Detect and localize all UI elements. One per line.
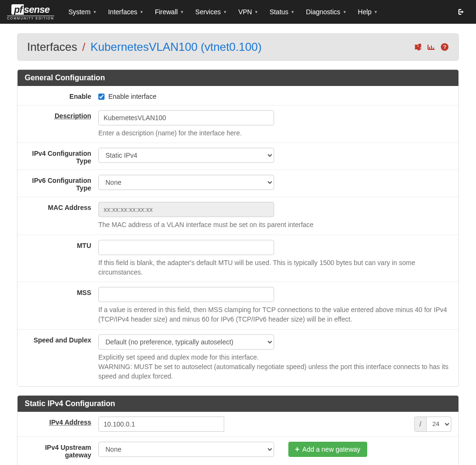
row-mac-address: MAC Address The MAC address of a VLAN in… bbox=[18, 197, 458, 234]
help-speed: Explicitly set speed and duplex mode for… bbox=[98, 352, 451, 381]
label-mac: MAC Address bbox=[25, 202, 98, 229]
checkbox-enable-interface[interactable] bbox=[98, 94, 105, 100]
input-mss[interactable] bbox=[98, 287, 274, 302]
input-description[interactable] bbox=[98, 110, 274, 125]
brand-edition: COMMUNITY EDITION bbox=[7, 16, 54, 20]
help-mtu: If this field is blank, the adapter's de… bbox=[98, 258, 451, 277]
label-mtu: MTU bbox=[25, 240, 98, 277]
brand-logo[interactable]: pfsense COMMUNITY EDITION bbox=[7, 4, 54, 20]
panel-static-ipv4: Static IPv4 Configuration IPv4 Address /… bbox=[17, 395, 459, 465]
nav-interfaces[interactable]: Interfaces▼ bbox=[102, 1, 149, 23]
row-ipv6-config-type: IPv6 Configuration Type None bbox=[18, 170, 458, 197]
caret-icon: ▼ bbox=[254, 10, 258, 14]
svg-rect-4 bbox=[416, 46, 417, 48]
row-mtu: MTU If this field is blank, the adapter'… bbox=[18, 235, 458, 282]
nav-menu: System▼ Interfaces▼ Firewall▼ Services▼ … bbox=[63, 1, 452, 23]
nav-firewall[interactable]: Firewall▼ bbox=[149, 1, 190, 23]
label-description: Description bbox=[25, 110, 98, 138]
select-ipv4-gateway[interactable]: None bbox=[98, 442, 274, 457]
breadcrumb-page[interactable]: KubernetesVLAN100 (vtnet0.100) bbox=[90, 40, 261, 53]
checkbox-enable-label: Enable interface bbox=[108, 93, 156, 100]
page-header: Interfaces / KubernetesVLAN100 (vtnet0.1… bbox=[17, 33, 459, 61]
monitor-icon[interactable] bbox=[427, 43, 436, 51]
help-mss: If a value is entered in this field, the… bbox=[98, 305, 451, 324]
row-ipv4-gateway: IPv4 Upstream gateway None + Add a new g… bbox=[18, 437, 458, 465]
help-mac: The MAC address of a VLAN interface must… bbox=[98, 220, 451, 229]
add-gateway-button[interactable]: + Add a new gateway bbox=[288, 442, 367, 457]
help-description: Enter a description (name) for the inter… bbox=[98, 128, 451, 138]
caret-icon: ▼ bbox=[93, 10, 97, 14]
row-enable: Enable Enable interface bbox=[18, 86, 458, 105]
svg-rect-5 bbox=[418, 48, 419, 50]
panel-heading-general: General Configuration bbox=[18, 70, 458, 86]
label-ipv4-type: IPv4 Configuration Type bbox=[25, 148, 98, 165]
navbar: pfsense COMMUNITY EDITION System▼ Interf… bbox=[0, 0, 476, 24]
caret-icon: ▼ bbox=[291, 10, 295, 14]
logout-icon[interactable] bbox=[452, 8, 469, 16]
add-gateway-label: Add a new gateway bbox=[302, 446, 360, 453]
label-ipv6-type: IPv6 Configuration Type bbox=[25, 175, 98, 192]
nav-help[interactable]: Help▼ bbox=[352, 1, 383, 23]
svg-text:?: ? bbox=[443, 44, 447, 50]
select-ipv4-config-type[interactable]: Static IPv4 bbox=[98, 148, 274, 163]
caret-icon: ▼ bbox=[180, 10, 184, 14]
settings-icon[interactable] bbox=[414, 43, 422, 51]
panel-heading-static-ipv4: Static IPv4 Configuration bbox=[18, 396, 458, 412]
label-speed: Speed and Duplex bbox=[25, 334, 98, 381]
nav-system[interactable]: System▼ bbox=[63, 1, 103, 23]
label-ipv4-gateway: IPv4 Upstream gateway bbox=[25, 442, 98, 465]
caret-icon: ▼ bbox=[140, 10, 143, 14]
page-actions: ? bbox=[414, 43, 449, 51]
row-ipv4-address: IPv4 Address / 24 bbox=[18, 412, 458, 437]
brand-pf: pf bbox=[11, 4, 24, 15]
row-description: Description Enter a description (name) f… bbox=[18, 105, 458, 142]
ipv4-slash: / bbox=[414, 417, 427, 432]
nav-services[interactable]: Services▼ bbox=[190, 1, 233, 23]
caret-icon: ▼ bbox=[374, 10, 378, 14]
help-icon[interactable]: ? bbox=[440, 43, 449, 51]
nav-diagnostics[interactable]: Diagnostics▼ bbox=[300, 1, 352, 23]
label-mss: MSS bbox=[25, 287, 98, 324]
caret-icon: ▼ bbox=[343, 10, 346, 14]
select-speed-duplex[interactable]: Default (no preference, typically autose… bbox=[98, 334, 274, 350]
input-mtu[interactable] bbox=[98, 240, 274, 255]
caret-icon: ▼ bbox=[223, 10, 227, 14]
nav-vpn[interactable]: VPN▼ bbox=[233, 1, 264, 23]
input-mac-address bbox=[98, 202, 274, 217]
input-ipv4-address[interactable] bbox=[98, 417, 224, 432]
select-ipv4-subnet[interactable]: 24 bbox=[427, 417, 451, 432]
nav-status[interactable]: Status▼ bbox=[264, 1, 300, 23]
row-ipv4-config-type: IPv4 Configuration Type Static IPv4 bbox=[18, 142, 458, 170]
label-enable: Enable bbox=[25, 91, 98, 100]
page-title: Interfaces / KubernetesVLAN100 (vtnet0.1… bbox=[27, 40, 262, 54]
breadcrumb-section: Interfaces bbox=[27, 40, 77, 53]
brand-sense: sense bbox=[24, 4, 49, 15]
select-ipv6-config-type[interactable]: None bbox=[98, 175, 274, 190]
row-mss: MSS If a value is entered in this field,… bbox=[18, 282, 458, 329]
row-speed-duplex: Speed and Duplex Default (no preference,… bbox=[18, 329, 458, 386]
label-ipv4-address: IPv4 Address bbox=[25, 417, 98, 432]
breadcrumb-separator: / bbox=[82, 40, 86, 53]
panel-general-configuration: General Configuration Enable Enable inte… bbox=[17, 69, 459, 387]
plus-icon: + bbox=[295, 446, 299, 453]
svg-rect-3 bbox=[419, 44, 420, 46]
